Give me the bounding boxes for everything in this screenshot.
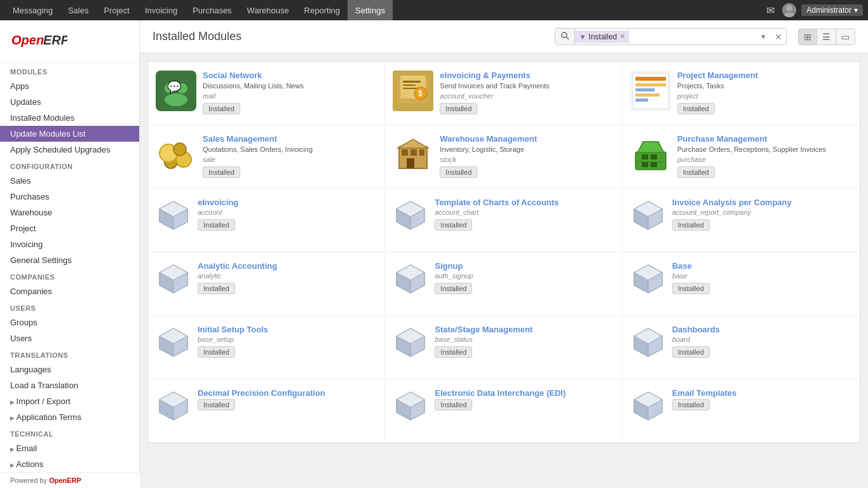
- module-icon: $: [393, 71, 433, 111]
- module-card: Initial Setup Tools base_setup Installed: [148, 316, 385, 379]
- module-info: Base base Installed: [672, 261, 852, 294]
- avatar[interactable]: [782, 3, 796, 17]
- module-icon: [393, 134, 433, 175]
- module-name[interactable]: Sales Management: [203, 134, 377, 144]
- installed-button[interactable]: Installed: [435, 346, 472, 358]
- module-info: Social Network Discussions, Mailing List…: [203, 71, 377, 114]
- module-name[interactable]: Signup: [435, 261, 614, 271]
- installed-button[interactable]: Installed: [435, 399, 472, 410]
- module-name[interactable]: Invoice Analysis per Company: [672, 198, 852, 207]
- card-view-button[interactable]: ▭: [836, 29, 855, 44]
- logo-open: Open ERP: [10, 37, 67, 54]
- sidebar-item-apps[interactable]: Apps: [0, 78, 139, 94]
- module-tech: stock: [440, 156, 614, 163]
- module-name[interactable]: Initial Setup Tools: [198, 325, 377, 334]
- module-tech: board: [672, 336, 852, 343]
- installed-button[interactable]: Installed: [672, 283, 710, 294]
- svg-point-4: [562, 32, 567, 37]
- module-name[interactable]: Electronic Data Interchange (EDI): [435, 388, 614, 398]
- sidebar-item-installed-modules[interactable]: Installed Modules: [0, 110, 139, 126]
- sidebar-item-load-translation[interactable]: Load a Translation: [0, 377, 139, 393]
- sidebar-item-groups[interactable]: Groups: [0, 315, 139, 330]
- module-name[interactable]: Purchase Management: [677, 134, 852, 144]
- nav-messaging[interactable]: Messaging: [5, 0, 60, 20]
- module-icon: [156, 388, 191, 424]
- installed-button[interactable]: Installed: [677, 166, 715, 178]
- nav-project[interactable]: Project: [96, 0, 137, 20]
- nav-purchases[interactable]: Purchases: [185, 0, 239, 20]
- installed-button[interactable]: Installed: [440, 103, 477, 114]
- module-desc: Purchase Orders, Receptions, Supplier In…: [677, 145, 852, 154]
- nav-invoicing[interactable]: Invoicing: [137, 0, 185, 20]
- module-icon: [630, 198, 666, 233]
- admin-dropdown[interactable]: Administrator ▾: [801, 4, 863, 16]
- module-name[interactable]: Email Templates: [672, 388, 852, 398]
- sidebar-item-actions[interactable]: Actions: [0, 456, 139, 472]
- module-tech: purchase: [677, 156, 852, 163]
- module-desc: Send Invoices and Track Payments: [440, 81, 614, 90]
- module-name[interactable]: Template of Charts of Accounts: [435, 198, 614, 207]
- module-icon: [393, 388, 428, 424]
- sidebar-item-warehouse[interactable]: Warehouse: [0, 205, 139, 220]
- installed-button[interactable]: Installed: [198, 399, 235, 410]
- module-name[interactable]: eInvoicing & Payments: [440, 71, 614, 80]
- sidebar-item-sales[interactable]: Sales: [0, 173, 139, 189]
- sidebar-item-email[interactable]: Email: [0, 440, 139, 456]
- grid-view-button[interactable]: ⊞: [799, 29, 817, 44]
- filter-remove-button[interactable]: ✕: [620, 32, 625, 41]
- search-dropdown-button[interactable]: ▾: [756, 29, 771, 44]
- grid-container: 💬 Social Network Discussions, Mailing Li…: [147, 61, 860, 444]
- sidebar-item-update-modules-list[interactable]: Update Modules List: [0, 126, 139, 142]
- module-name[interactable]: Decimal Precision Configuration: [198, 388, 377, 398]
- sidebar-item-apply-scheduled-upgrades[interactable]: Apply Scheduled Upgrades: [0, 142, 139, 158]
- mail-icon[interactable]: ✉: [764, 2, 777, 19]
- module-name[interactable]: Analytic Accounting: [198, 261, 377, 271]
- sidebar-item-project[interactable]: Project: [0, 220, 139, 236]
- nav-sales[interactable]: Sales: [60, 0, 97, 20]
- installed-button[interactable]: Installed: [198, 283, 235, 294]
- module-tech: account_voucher: [440, 92, 614, 100]
- installed-button[interactable]: Installed: [672, 346, 710, 358]
- module-tech: sale: [203, 156, 377, 163]
- installed-button[interactable]: Installed: [672, 219, 710, 231]
- nav-settings[interactable]: Settings: [348, 0, 393, 20]
- nav-warehouse[interactable]: Warehouse: [240, 0, 297, 20]
- sidebar-item-languages[interactable]: Languages: [0, 362, 139, 377]
- module-name[interactable]: eInvoicing: [198, 198, 377, 207]
- module-name[interactable]: Dashboards: [672, 325, 852, 334]
- module-name[interactable]: Social Network: [203, 71, 377, 80]
- module-name[interactable]: State/Stage Management: [435, 325, 614, 334]
- module-tech: base_setup: [198, 336, 377, 343]
- search-clear-button[interactable]: ✕: [771, 29, 786, 44]
- module-info: Email Templates Installed: [672, 388, 852, 410]
- sidebar-item-updates[interactable]: Updates: [0, 94, 139, 110]
- installed-button[interactable]: Installed: [435, 219, 472, 231]
- page-title: Installed Modules: [153, 30, 241, 43]
- svg-rect-21: [635, 77, 666, 81]
- sidebar-item-users[interactable]: Users: [0, 330, 139, 346]
- sidebar-item-companies[interactable]: Companies: [0, 283, 139, 299]
- installed-button[interactable]: Installed: [435, 283, 472, 294]
- sidebar-item-import-export[interactable]: Import / Export: [0, 393, 139, 409]
- installed-button[interactable]: Installed: [672, 399, 710, 410]
- installed-button[interactable]: Installed: [198, 346, 235, 358]
- installed-button[interactable]: Installed: [203, 166, 240, 178]
- module-info: Decimal Precision Configuration Installe…: [198, 388, 377, 410]
- search-input[interactable]: [629, 29, 756, 44]
- module-name[interactable]: Project Management: [677, 71, 852, 80]
- sidebar-item-invoicing[interactable]: Invoicing: [0, 236, 139, 252]
- installed-button[interactable]: Installed: [440, 166, 477, 178]
- list-view-button[interactable]: ☰: [817, 29, 836, 44]
- sidebar-item-application-terms[interactable]: Application Terms: [0, 409, 139, 425]
- svg-rect-34: [407, 158, 414, 168]
- nav-reporting[interactable]: Reporting: [297, 0, 348, 20]
- sidebar-item-purchases[interactable]: Purchases: [0, 189, 139, 205]
- installed-button[interactable]: Installed: [677, 103, 715, 114]
- sidebar-item-general-settings[interactable]: General Settings: [0, 252, 139, 268]
- search-button[interactable]: [555, 29, 575, 44]
- installed-button[interactable]: Installed: [203, 103, 240, 114]
- installed-button[interactable]: Installed: [198, 219, 235, 231]
- svg-text:💬: 💬: [167, 80, 182, 94]
- module-name[interactable]: Base: [672, 261, 852, 271]
- module-name[interactable]: Warehouse Management: [440, 134, 614, 144]
